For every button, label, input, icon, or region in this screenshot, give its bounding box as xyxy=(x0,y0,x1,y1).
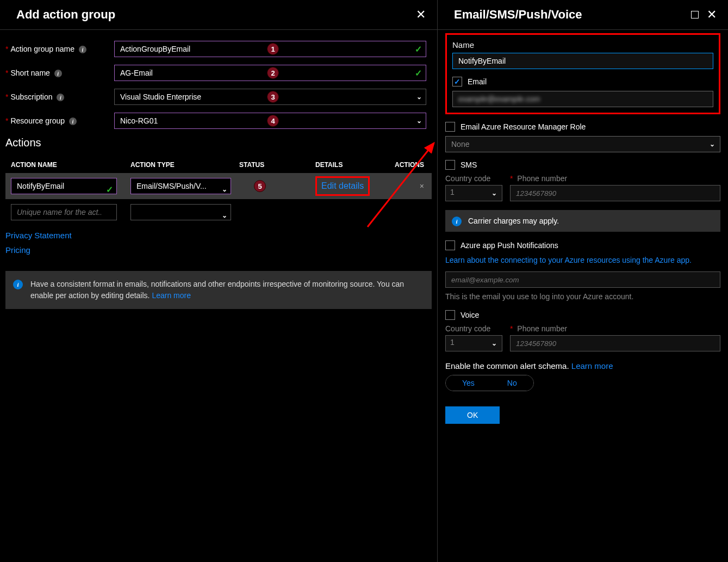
sms-country-code-select[interactable]: 1 xyxy=(445,185,502,201)
name-label: Name xyxy=(452,40,713,50)
carrier-bar: i Carrier charges may apply. xyxy=(445,210,720,232)
schema-row: Enable the common alert schema. Learn mo… xyxy=(445,361,720,391)
input-action-group-name[interactable] xyxy=(114,41,426,57)
edit-details-link[interactable]: Edit details xyxy=(315,176,370,196)
arm-role-label: Email Azure Resource Manager Role xyxy=(461,122,586,131)
row-action-group-name: *Action group name i ✓ 1 xyxy=(5,41,432,57)
action-type-select-empty[interactable] xyxy=(130,204,231,220)
remove-action-button[interactable]: × xyxy=(420,182,424,190)
voice-phone-input[interactable] xyxy=(510,335,720,351)
col-actions: ACTIONS xyxy=(381,161,424,169)
action-name-input-empty[interactable] xyxy=(11,204,117,220)
sms-checkbox[interactable] xyxy=(445,160,455,170)
label-subscription: *Subscription i xyxy=(5,92,114,101)
privacy-link[interactable]: Privacy Statement xyxy=(5,231,432,240)
table-row: ✓ Email/SMS/Push/V... ⌄ 5 Edit details × xyxy=(5,173,432,199)
sms-phone-input[interactable] xyxy=(510,185,720,201)
pricing-link[interactable]: Pricing xyxy=(5,245,432,255)
push-email-input[interactable] xyxy=(445,271,720,288)
arm-role-checkbox-row: Email Azure Resource Manager Role xyxy=(445,122,720,132)
learn-more-link[interactable]: Learn more xyxy=(152,291,191,300)
label-short-name: *Short name i xyxy=(5,69,114,77)
select-resource-group[interactable]: Nico-RG01 xyxy=(114,113,426,129)
info-icon[interactable]: i xyxy=(57,94,64,101)
schema-no[interactable]: No xyxy=(491,375,533,391)
row-subscription: *Subscription i Visual Studio Enterprise… xyxy=(5,89,432,105)
push-checkbox-row: Azure app Push Notifications xyxy=(445,240,720,250)
email-sms-push-voice-panel: Email/SMS/Push/Voice ✕ Name Email exampl… xyxy=(438,0,728,562)
col-details: DETAILS xyxy=(315,161,381,169)
close-icon[interactable]: ✕ xyxy=(415,9,426,20)
carrier-text: Carrier charges may apply. xyxy=(468,217,559,225)
voice-cc-label: Country code xyxy=(445,324,502,333)
push-learn-link[interactable]: Learn about the connecting to your Azure… xyxy=(445,255,720,266)
push-label: Azure app Push Notifications xyxy=(461,241,558,250)
left-panel-header: Add action group ✕ xyxy=(0,0,437,30)
actions-section-title: Actions xyxy=(5,137,432,149)
action-name-input[interactable] xyxy=(11,178,117,194)
schema-yes[interactable]: Yes xyxy=(446,375,491,391)
select-subscription[interactable]: Visual Studio Enterprise xyxy=(114,89,426,105)
voice-checkbox-row: Voice xyxy=(445,310,720,320)
panel-title: Add action group xyxy=(16,8,115,22)
close-icon[interactable]: ✕ xyxy=(706,9,717,20)
ok-button[interactable]: OK xyxy=(445,406,500,424)
table-row-empty: ⌄ xyxy=(5,199,432,225)
sms-phone-label: * Phone number xyxy=(510,174,720,183)
label-action-group-name: *Action group name i xyxy=(5,45,114,53)
schema-toggle: Yes No xyxy=(445,375,534,391)
right-panel-header: Email/SMS/Push/Voice ✕ xyxy=(438,0,728,30)
push-help-text: This is the email you use to log into yo… xyxy=(445,291,720,302)
table-header: ACTION NAME ACTION TYPE STATUS DETAILS A… xyxy=(5,157,432,173)
voice-country-code-select[interactable]: 1 xyxy=(445,335,502,351)
voice-checkbox[interactable] xyxy=(445,310,455,320)
email-checkbox-row: Email xyxy=(452,77,713,87)
input-short-name[interactable] xyxy=(114,65,426,81)
sms-label: SMS xyxy=(461,160,477,169)
actions-table: ACTION NAME ACTION TYPE STATUS DETAILS A… xyxy=(5,157,432,225)
col-action-type: ACTION TYPE xyxy=(130,161,239,169)
arm-role-checkbox[interactable] xyxy=(445,122,455,132)
email-input[interactable]: example@example.com xyxy=(452,91,713,107)
maximize-icon[interactable] xyxy=(691,11,699,18)
email-label: Email xyxy=(468,77,487,86)
add-action-group-panel: Add action group ✕ *Action group name i … xyxy=(0,0,438,562)
sms-cc-label: Country code xyxy=(445,174,502,183)
info-icon[interactable]: i xyxy=(79,46,86,53)
voice-phone-label: * Phone number xyxy=(510,324,720,333)
voice-label: Voice xyxy=(461,311,479,319)
info-icon[interactable]: i xyxy=(69,118,77,125)
schema-learn-more-link[interactable]: Learn more xyxy=(571,361,613,370)
annotation-badge-5: 5 xyxy=(254,180,266,192)
info-bar: i Have a consistent format in emails, no… xyxy=(5,271,432,309)
row-short-name: *Short name i ✓ 2 xyxy=(5,65,432,81)
email-checkbox[interactable] xyxy=(452,77,462,87)
row-resource-group: *Resource group i Nico-RG01 ⌄ 4 xyxy=(5,113,432,129)
info-icon: i xyxy=(13,280,23,289)
col-status: STATUS xyxy=(239,161,315,169)
action-type-select[interactable]: Email/SMS/Push/V... xyxy=(130,178,231,194)
info-icon[interactable]: i xyxy=(54,70,62,77)
annotation-red-box: Name Email example@example.com xyxy=(445,33,720,114)
label-resource-group: *Resource group i xyxy=(5,116,114,125)
sms-checkbox-row: SMS xyxy=(445,160,720,170)
panel-title: Email/SMS/Push/Voice xyxy=(454,8,582,22)
arm-role-select[interactable]: None xyxy=(445,136,720,152)
info-icon: i xyxy=(452,217,462,226)
col-action-name: ACTION NAME xyxy=(11,161,130,169)
push-checkbox[interactable] xyxy=(445,240,455,250)
info-text: Have a consistent format in emails, noti… xyxy=(30,279,424,301)
name-input[interactable] xyxy=(452,53,713,69)
